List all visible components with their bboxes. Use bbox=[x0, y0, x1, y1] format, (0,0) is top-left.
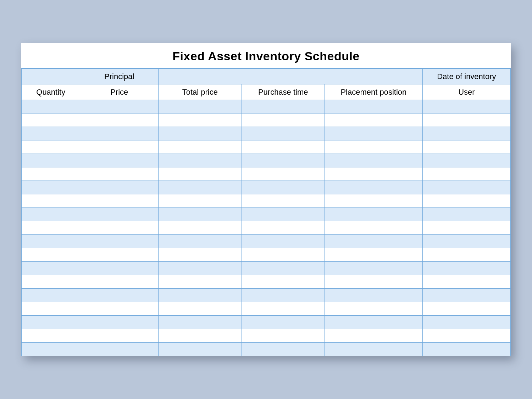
table-cell[interactable] bbox=[159, 181, 242, 194]
table-cell[interactable] bbox=[159, 289, 242, 302]
column-header-quantity[interactable]: Quantity bbox=[22, 84, 80, 100]
table-cell[interactable] bbox=[422, 289, 510, 302]
table-cell[interactable] bbox=[242, 100, 325, 113]
table-cell[interactable] bbox=[22, 127, 80, 140]
table-cell[interactable] bbox=[422, 140, 510, 154]
column-header-total-price[interactable]: Total price bbox=[159, 84, 242, 100]
table-cell[interactable] bbox=[22, 289, 80, 302]
table-cell[interactable] bbox=[242, 262, 325, 275]
table-cell[interactable] bbox=[22, 262, 80, 275]
table-cell[interactable] bbox=[159, 221, 242, 235]
table-cell[interactable] bbox=[159, 167, 242, 181]
table-cell[interactable] bbox=[22, 100, 80, 113]
table-cell[interactable] bbox=[422, 235, 510, 248]
table-cell[interactable] bbox=[159, 113, 242, 127]
table-cell[interactable] bbox=[242, 140, 325, 154]
table-cell[interactable] bbox=[242, 167, 325, 181]
table-cell[interactable] bbox=[80, 343, 159, 356]
table-cell[interactable] bbox=[242, 181, 325, 194]
table-cell[interactable] bbox=[325, 316, 422, 329]
table-cell[interactable] bbox=[242, 235, 325, 248]
table-cell[interactable] bbox=[242, 302, 325, 316]
table-cell[interactable] bbox=[422, 181, 510, 194]
table-cell[interactable] bbox=[422, 275, 510, 289]
table-cell[interactable] bbox=[242, 329, 325, 343]
table-cell[interactable] bbox=[159, 316, 242, 329]
table-cell[interactable] bbox=[22, 275, 80, 289]
table-cell[interactable] bbox=[325, 329, 422, 343]
table-cell[interactable] bbox=[22, 167, 80, 181]
column-header-user[interactable]: User bbox=[422, 84, 510, 100]
table-cell[interactable] bbox=[422, 329, 510, 343]
header-cell-blank[interactable] bbox=[22, 69, 80, 84]
column-header-purchase-time[interactable]: Purchase time bbox=[242, 84, 325, 100]
table-cell[interactable] bbox=[325, 248, 422, 262]
table-cell[interactable] bbox=[80, 127, 159, 140]
table-cell[interactable] bbox=[242, 127, 325, 140]
header-cell-date-of-inventory[interactable]: Date of inventory bbox=[422, 69, 510, 84]
table-cell[interactable] bbox=[422, 316, 510, 329]
table-cell[interactable] bbox=[422, 154, 510, 167]
table-cell[interactable] bbox=[80, 316, 159, 329]
table-cell[interactable] bbox=[325, 181, 422, 194]
table-cell[interactable] bbox=[22, 316, 80, 329]
table-cell[interactable] bbox=[159, 302, 242, 316]
table-cell[interactable] bbox=[325, 235, 422, 248]
table-cell[interactable] bbox=[325, 302, 422, 316]
table-cell[interactable] bbox=[242, 194, 325, 208]
table-cell[interactable] bbox=[325, 127, 422, 140]
table-cell[interactable] bbox=[325, 113, 422, 127]
table-cell[interactable] bbox=[325, 221, 422, 235]
table-cell[interactable] bbox=[242, 248, 325, 262]
table-cell[interactable] bbox=[159, 248, 242, 262]
table-cell[interactable] bbox=[242, 154, 325, 167]
table-cell[interactable] bbox=[22, 113, 80, 127]
column-header-price[interactable]: Price bbox=[80, 84, 159, 100]
table-cell[interactable] bbox=[80, 289, 159, 302]
table-cell[interactable] bbox=[80, 275, 159, 289]
table-cell[interactable] bbox=[22, 248, 80, 262]
table-cell[interactable] bbox=[422, 262, 510, 275]
table-cell[interactable] bbox=[22, 329, 80, 343]
table-cell[interactable] bbox=[242, 113, 325, 127]
table-cell[interactable] bbox=[80, 140, 159, 154]
table-cell[interactable] bbox=[22, 181, 80, 194]
header-cell-principal[interactable]: Principal bbox=[80, 69, 159, 84]
table-cell[interactable] bbox=[325, 140, 422, 154]
table-cell[interactable] bbox=[242, 221, 325, 235]
table-cell[interactable] bbox=[325, 275, 422, 289]
table-cell[interactable] bbox=[422, 127, 510, 140]
table-cell[interactable] bbox=[22, 154, 80, 167]
table-cell[interactable] bbox=[325, 100, 422, 113]
table-cell[interactable] bbox=[159, 275, 242, 289]
header-cell-merged-blank[interactable] bbox=[159, 69, 423, 84]
table-cell[interactable] bbox=[422, 221, 510, 235]
table-cell[interactable] bbox=[325, 154, 422, 167]
table-cell[interactable] bbox=[22, 140, 80, 154]
table-cell[interactable] bbox=[22, 208, 80, 221]
table-cell[interactable] bbox=[80, 329, 159, 343]
table-cell[interactable] bbox=[159, 154, 242, 167]
table-cell[interactable] bbox=[422, 248, 510, 262]
table-cell[interactable] bbox=[242, 343, 325, 356]
table-cell[interactable] bbox=[159, 343, 242, 356]
table-cell[interactable] bbox=[159, 235, 242, 248]
column-header-placement-position[interactable]: Placement position bbox=[325, 84, 422, 100]
table-cell[interactable] bbox=[242, 316, 325, 329]
table-cell[interactable] bbox=[325, 208, 422, 221]
table-cell[interactable] bbox=[159, 140, 242, 154]
table-cell[interactable] bbox=[22, 302, 80, 316]
table-cell[interactable] bbox=[422, 302, 510, 316]
table-cell[interactable] bbox=[325, 289, 422, 302]
table-cell[interactable] bbox=[242, 275, 325, 289]
table-cell[interactable] bbox=[80, 208, 159, 221]
table-cell[interactable] bbox=[422, 194, 510, 208]
table-cell[interactable] bbox=[80, 235, 159, 248]
table-cell[interactable] bbox=[325, 167, 422, 181]
table-cell[interactable] bbox=[422, 343, 510, 356]
table-cell[interactable] bbox=[159, 194, 242, 208]
table-cell[interactable] bbox=[422, 167, 510, 181]
table-cell[interactable] bbox=[80, 181, 159, 194]
table-cell[interactable] bbox=[22, 235, 80, 248]
table-cell[interactable] bbox=[22, 221, 80, 235]
